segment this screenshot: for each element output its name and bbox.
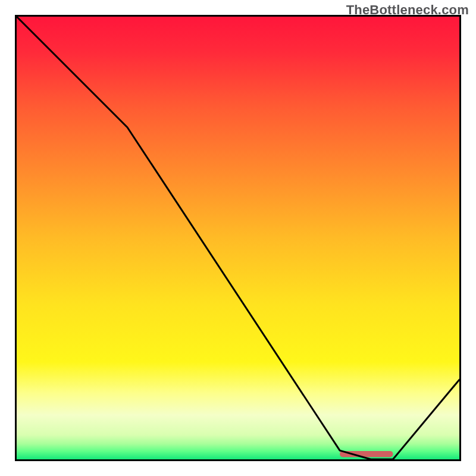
- chart-svg: [17, 17, 459, 459]
- watermark-text: TheBottleneck.com: [346, 2, 469, 18]
- chart-container: TheBottleneck.com: [0, 0, 476, 476]
- plot-frame: [15, 15, 461, 461]
